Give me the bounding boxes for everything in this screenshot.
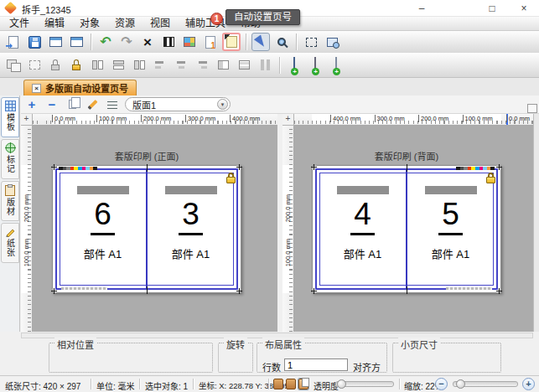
color-grid-icon (184, 37, 195, 47)
sidebar-tab-label: 版材 (4, 198, 17, 216)
vertical-scrollbar[interactable] (533, 114, 539, 332)
align-left-icon (155, 60, 165, 70)
separator (246, 34, 246, 50)
registration-mark (496, 164, 502, 170)
add-page-button[interactable] (327, 56, 345, 75)
new-document-button[interactable] (4, 33, 23, 51)
undo-button[interactable]: ↶ (96, 33, 115, 51)
layout-list-button[interactable] (105, 97, 120, 112)
group-button[interactable] (4, 56, 23, 75)
sidebar-tab-paper[interactable]: 纸张 (1, 223, 19, 263)
align-right-button[interactable] (193, 56, 211, 75)
copy-icon (69, 100, 76, 109)
split-view-button-small[interactable] (527, 104, 537, 113)
save-button[interactable] (25, 33, 44, 51)
align-center-button[interactable] (172, 56, 190, 75)
dropdown-arrow-icon[interactable]: ▼ (217, 99, 228, 110)
align-center-icon (176, 60, 186, 70)
callout-badge: 1 (210, 13, 223, 25)
rows-input[interactable] (284, 358, 348, 371)
group-layout-properties: 布局属性 行数 对齐方式 (257, 343, 387, 373)
remove-layout-button[interactable]: − (44, 97, 60, 112)
registration-mark (236, 288, 242, 294)
columns-view-button[interactable] (159, 33, 178, 51)
separator (296, 34, 297, 50)
back-canvas[interactable]: 套版印刷 (背面) 4 部件 A1 (294, 126, 533, 332)
zoom-in-button[interactable]: + (522, 378, 535, 390)
page-fold-icon[interactable] (298, 379, 308, 389)
back-horizontal-ruler: 400.0 mm 300.0 mm 200.0 mm 100.0 mm 0.0 … (294, 114, 533, 126)
group-relative-position: 相对位置 (49, 343, 213, 373)
remove-icon: − (49, 98, 56, 111)
zoom-slider-thumb[interactable] (456, 379, 465, 389)
minimize-button[interactable]: – (406, 0, 438, 17)
registration-mark (51, 288, 57, 294)
swap-panes-button[interactable] (130, 56, 148, 75)
flip-horizontal-icon (92, 60, 103, 70)
front-sheet[interactable]: 6 部件 A1 3 部件 A1 (52, 165, 241, 293)
color-calibration-bar (456, 167, 495, 170)
add-window-button[interactable] (285, 56, 303, 75)
edit-layout-button[interactable] (85, 97, 100, 112)
menu-view[interactable]: 视图 (143, 17, 178, 31)
auto-page-number-button[interactable] (222, 33, 241, 51)
menu-object[interactable]: 对象 (72, 17, 107, 31)
menu-edit[interactable]: 编辑 (37, 17, 72, 31)
menu-file[interactable]: 文件 (2, 17, 37, 31)
add-color-grid-button[interactable] (306, 56, 324, 75)
columns-pair-button[interactable] (256, 56, 274, 75)
columns-view-icon (163, 37, 174, 47)
page-header-bar (425, 186, 477, 194)
page-cell[interactable]: 4 部件 A1 (320, 176, 405, 282)
front-canvas[interactable]: 套版印刷 (正面) 6 部件 A1 (33, 126, 277, 332)
page-cell[interactable]: 6 部件 A1 (60, 176, 145, 282)
zoom-out-button[interactable]: − (435, 378, 448, 390)
select-tool-button[interactable] (251, 33, 270, 51)
add-layout-button[interactable]: + (24, 97, 39, 112)
split-view-button[interactable] (214, 56, 232, 75)
zoom-tool-button[interactable] (272, 33, 291, 51)
flip-vertical-button[interactable] (109, 56, 127, 75)
tab-close-icon[interactable]: × (32, 84, 41, 93)
marquee-select-button[interactable] (302, 33, 320, 51)
ruler-label: 400.0 mm (230, 115, 260, 122)
page-double-icon[interactable] (286, 379, 296, 389)
layout-toolbar: + − 版面1 ▼ (21, 95, 539, 114)
transparency-slider-thumb[interactable] (337, 379, 346, 389)
copy-layout-button[interactable] (65, 97, 80, 112)
document-tab[interactable]: × 多版面自动设置页号 (23, 80, 137, 95)
align-left-button[interactable] (151, 56, 169, 75)
menu-resource[interactable]: 资源 (107, 17, 143, 31)
layout-select[interactable]: 版面1 ▼ (125, 97, 231, 111)
import-window-button[interactable] (46, 33, 65, 51)
ungroup-button[interactable] (25, 56, 44, 75)
preview-button[interactable] (323, 33, 341, 51)
tab-strip: × 多版面自动设置页号 (0, 78, 539, 95)
target-icon (5, 142, 16, 153)
maximize-button[interactable]: □ (476, 0, 508, 17)
layout-select-value: 版面1 (132, 98, 156, 111)
redo-button[interactable]: ↷ (117, 33, 136, 51)
export-window-button[interactable] (67, 33, 86, 51)
part-label: 部件 A1 (432, 245, 470, 261)
page-single-icon[interactable] (273, 379, 283, 389)
lock-button[interactable] (67, 56, 86, 75)
sheet-title: 套版印刷 (背面) (312, 149, 501, 162)
close-button[interactable]: × (508, 0, 539, 17)
page-cell[interactable]: 3 部件 A1 (148, 176, 233, 282)
back-sheet[interactable]: 4 部件 A1 5 部件 A1 (312, 165, 501, 293)
registration-mark (311, 164, 317, 170)
page-number-one-button[interactable] (201, 33, 220, 51)
sidebar-tab-templates[interactable]: 模板 (1, 97, 19, 137)
page-number: 5 (438, 196, 463, 235)
rows-view-button[interactable] (235, 56, 253, 75)
page-cell[interactable]: 5 部件 A1 (408, 176, 493, 282)
sidebar-tab-marks[interactable]: 标记 (1, 139, 19, 179)
sidebar-tab-plates[interactable]: 版材 (1, 181, 19, 221)
ruler-label: 100.0 mm (23, 239, 30, 266)
flip-horizontal-button[interactable] (88, 56, 106, 75)
delete-button[interactable]: × (138, 33, 157, 51)
lock-disabled-button[interactable] (46, 56, 65, 75)
color-grid-button[interactable] (180, 33, 199, 51)
registration-mark (311, 288, 317, 294)
